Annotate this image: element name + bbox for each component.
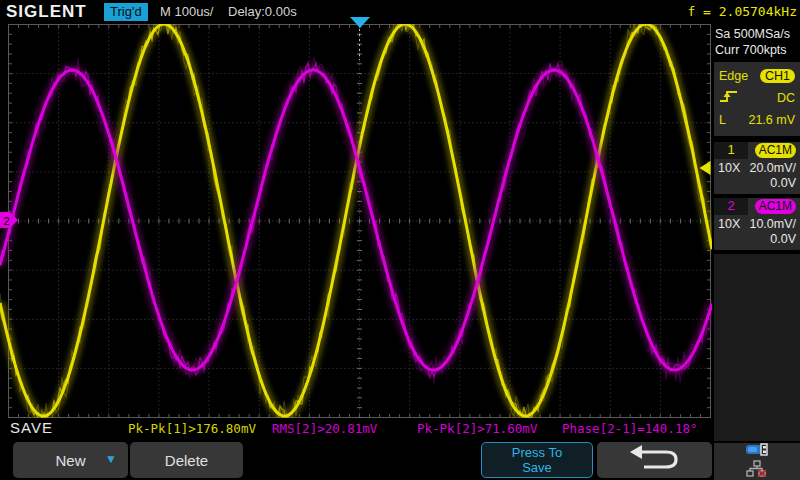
channel-2-probe: 10X: [718, 217, 740, 231]
press-to-save-line1: Press To: [512, 445, 562, 460]
measurement-pkpk-ch1: Pk-Pk[1]>176.80mV: [128, 421, 256, 436]
svg-text:2: 2: [4, 215, 10, 227]
trigger-info-panel[interactable]: Edge CH1 DC L 21.6 mV: [714, 62, 800, 136]
memory-depth-label: Curr 700kpts: [715, 42, 797, 58]
measurement-pkpk-ch2: Pk-Pk[2]>71.60mV: [417, 421, 537, 436]
sidebar: Sa 500MSa/s Curr 700kpts Edge CH1 DC L 2…: [712, 24, 800, 480]
usb-device-icon: [745, 443, 769, 459]
new-button-label: New: [55, 452, 85, 469]
lan-disconnected-icon: [746, 460, 768, 480]
chevron-down-icon: ▼: [105, 452, 117, 466]
channel-1-panel[interactable]: 1 AC1M 10X 20.0mV/ 0.0V: [714, 142, 800, 194]
channel-1-scale: 20.0mV/: [749, 161, 796, 175]
channel-2-coupling-badge[interactable]: AC1M: [755, 199, 796, 214]
new-button[interactable]: New ▼: [13, 442, 128, 478]
return-arrow-icon: [626, 443, 684, 478]
channel-2-panel[interactable]: 2 AC1M 10X 10.0mV/ 0.0V: [714, 198, 800, 250]
channel-2-scale: 10.0mV/: [749, 217, 796, 231]
measurement-rms-ch2: RMS[2]>20.81mV: [272, 421, 377, 436]
trigger-level-value: 21.6 mV: [748, 113, 795, 127]
channel-2-offset: 0.0V: [770, 232, 796, 246]
waveform-display[interactable]: 2: [0, 24, 712, 418]
trigger-position-marker-icon[interactable]: [350, 17, 370, 28]
delay-readout[interactable]: Delay:0.00s: [228, 4, 297, 19]
channel-1-offset: 0.0V: [770, 176, 796, 190]
sidebar-menu-area: [714, 254, 800, 441]
channel-1-probe: 10X: [718, 161, 740, 175]
oscilloscope-screen: SIGLENT Trig'd M 100us/ Delay:0.00s f = …: [0, 0, 800, 480]
measurement-phase: Phase[2-1]=140.18°: [562, 421, 697, 436]
page-title: SAVE: [10, 419, 53, 436]
channel-2-number[interactable]: 2: [714, 198, 748, 215]
frequency-counter-readout: f = 2.05704kHz: [687, 4, 797, 19]
press-to-save-button[interactable]: Press To Save: [481, 442, 593, 478]
trigger-coupling-label: DC: [777, 91, 795, 105]
channel-1-number[interactable]: 1: [714, 142, 748, 159]
top-status-bar: SIGLENT Trig'd M 100us/ Delay:0.00s f = …: [0, 0, 800, 24]
trigger-source-badge[interactable]: CH1: [760, 69, 795, 83]
status-icons-panel: [714, 443, 800, 480]
sample-rate-label: Sa 500MSa/s: [715, 26, 797, 42]
press-to-save-line2: Save: [522, 460, 552, 475]
delete-button-label: Delete: [165, 452, 208, 469]
delete-button[interactable]: Delete: [130, 442, 243, 478]
timebase-readout[interactable]: M 100us/: [160, 4, 213, 19]
trigger-type-label: Edge: [719, 69, 748, 83]
trigger-level-label: L: [719, 113, 726, 127]
channel-1-coupling-badge[interactable]: AC1M: [755, 143, 796, 158]
siglent-logo: SIGLENT: [6, 2, 87, 22]
back-button[interactable]: [597, 442, 712, 478]
acquisition-info: Sa 500MSa/s Curr 700kpts: [712, 24, 800, 60]
trigger-status-badge: Trig'd: [104, 3, 148, 21]
rising-edge-icon: [719, 89, 739, 107]
